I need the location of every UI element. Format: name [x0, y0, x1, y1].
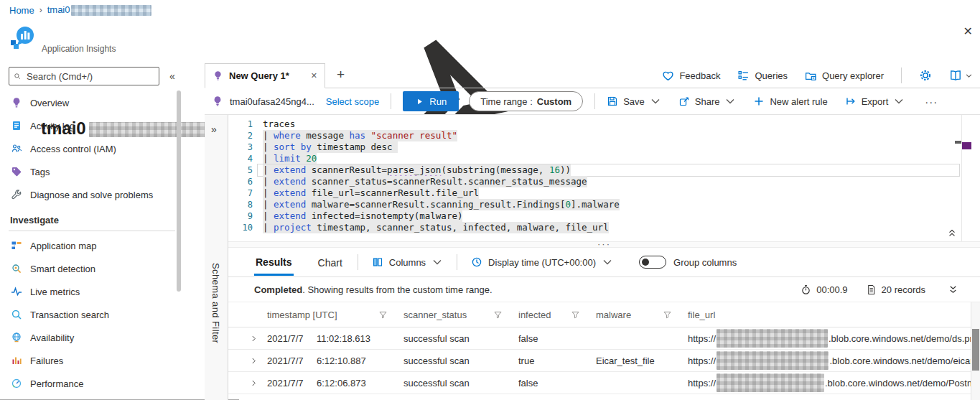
- sidebar-item-diagnose-and-solve-problems[interactable]: Diagnose and solve problems: [0, 183, 184, 206]
- sidebar-item-overview[interactable]: Overview: [0, 91, 184, 114]
- table-scrollbar[interactable]: [971, 302, 980, 400]
- save-button[interactable]: Save: [607, 96, 661, 107]
- cell-scanner-status: successful scan: [403, 333, 518, 344]
- sidebar-item-failures[interactable]: Failures: [0, 349, 184, 372]
- line-number: 5: [228, 164, 253, 176]
- collapse-editor-icon[interactable]: [947, 228, 957, 238]
- schema-filter-label: Schema and Filter: [210, 263, 221, 343]
- pane-splitter[interactable]: ···: [228, 241, 980, 248]
- divider: [358, 254, 358, 270]
- new-tab-button[interactable]: +: [337, 67, 345, 83]
- sidebar-search-row: «: [9, 67, 184, 85]
- column-label: file_url: [688, 310, 715, 320]
- editor-line-1[interactable]: 1traces: [228, 118, 980, 130]
- tab-new-query-1[interactable]: New Query 1* ✕: [205, 63, 325, 88]
- filter-icon[interactable]: [571, 310, 580, 320]
- column-header-infected[interactable]: infected: [518, 302, 596, 327]
- breadcrumb-home-link[interactable]: Home: [9, 5, 34, 16]
- sidebar-item-smart-detection[interactable]: Smart detection: [0, 257, 184, 280]
- editor-line-10[interactable]: 10| project timestamp, scanner_status, i…: [228, 222, 980, 233]
- elapsed-time: 00:00.9: [801, 284, 847, 295]
- scrollbar-thumb[interactable]: [972, 329, 979, 371]
- editor-line-4[interactable]: 4| limit 20: [228, 153, 980, 164]
- editor-line-7[interactable]: 7| extend file_url=scannerResult.file_ur…: [228, 187, 980, 199]
- group-columns-toggle[interactable]: [639, 256, 666, 269]
- records-icon: [866, 284, 877, 295]
- table-row-2[interactable]: 2021/7/76:12:10.887successful scantrueEi…: [228, 350, 980, 372]
- query-explorer-button[interactable]: Query explorer: [805, 70, 884, 82]
- chevron-right-icon: [250, 335, 258, 343]
- column-header-file-url[interactable]: file_url: [688, 302, 980, 327]
- editor-line-8[interactable]: 8| extend malware=scannerResult.scanning…: [228, 199, 980, 210]
- code-text: | extend scanner_status=scannerResult.sc…: [263, 176, 587, 187]
- expand-all-rows-icon[interactable]: [948, 284, 958, 295]
- editor-line-5[interactable]: 5| extend scannerResult=parse_json(subst…: [228, 164, 980, 176]
- column-header-scanner-status[interactable]: scanner_status: [403, 302, 518, 327]
- editor-line-6[interactable]: 6| extend scanner_status=scannerResult.s…: [228, 176, 980, 187]
- feedback-button[interactable]: Feedback: [662, 70, 720, 82]
- query-status-row: Completed. Showing results from the cust…: [228, 277, 980, 302]
- search-input[interactable]: [25, 70, 154, 83]
- filter-icon[interactable]: [378, 310, 388, 320]
- cell-infected: false: [518, 378, 596, 389]
- divider: [391, 93, 391, 109]
- reference-pane-button[interactable]: [949, 69, 973, 82]
- row-expand-button[interactable]: [240, 379, 267, 387]
- schema-filter-strip: » Schema and Filter: [205, 115, 228, 400]
- sidebar-scrollbar[interactable]: [177, 90, 181, 292]
- tab-results[interactable]: Results: [254, 249, 294, 276]
- table-row-3[interactable]: 2021/7/76:12:06.873successful scanfalseh…: [228, 372, 980, 394]
- row-expand-button[interactable]: [240, 335, 267, 343]
- sidebar: « OverviewActivity logAccess control (IA…: [0, 63, 184, 400]
- display-time-dropdown[interactable]: Display time (UTC+00:00): [471, 256, 613, 268]
- queries-button[interactable]: Queries: [737, 70, 788, 82]
- time-range-button[interactable]: Time range :Custom: [469, 91, 583, 111]
- tab-chart[interactable]: Chart: [317, 250, 344, 274]
- sidebar-item-application-map[interactable]: Application map: [0, 234, 184, 257]
- cell-timestamp: 2021/7/76:12:10.887: [267, 355, 403, 366]
- query-editor[interactable]: 1traces2| where message has "scanner res…: [228, 115, 980, 241]
- select-scope-link[interactable]: Select scope: [326, 96, 379, 107]
- sidebar-collapse-button[interactable]: «: [169, 70, 175, 82]
- editor-line-2[interactable]: 2| where message has "scanner result": [228, 130, 980, 141]
- sidebar-item-transaction-search[interactable]: Transaction search: [0, 303, 184, 326]
- code-text: traces: [263, 118, 295, 130]
- sidebar-nav-investigate: Application mapSmart detectionLive metri…: [0, 234, 184, 395]
- cell-scanner-status: successful scan: [403, 378, 518, 389]
- sidebar-item-performance[interactable]: Performance: [0, 372, 184, 395]
- sidebar-search-box[interactable]: [9, 67, 159, 85]
- column-header-timestamp-utc[interactable]: timestamp [UTC]: [267, 302, 403, 327]
- row-expand-button[interactable]: [240, 357, 267, 365]
- schema-expand-button[interactable]: »: [211, 124, 217, 135]
- table-row-1[interactable]: 2021/7/711:02:18.613successful scanfalse…: [228, 327, 980, 350]
- editor-line-9[interactable]: 9| extend infected=isnotempty(malware): [228, 210, 980, 222]
- sidebar-item-activity-log[interactable]: Activity log: [0, 114, 184, 137]
- activity-log-icon: [10, 120, 22, 132]
- export-button[interactable]: Export: [845, 96, 905, 107]
- command-bar-more-button[interactable]: ···: [925, 96, 938, 108]
- resource-type-subtitle: Application Insights: [42, 44, 116, 54]
- sidebar-item-availability[interactable]: Availability: [0, 326, 184, 349]
- breadcrumb-resource-link[interactable]: tmai0: [47, 4, 152, 16]
- editor-line-3[interactable]: 3| sort by timestamp desc: [228, 141, 980, 153]
- status-completed: Completed: [254, 284, 302, 295]
- sidebar-item-label: Performance: [30, 378, 83, 389]
- tab-close-icon[interactable]: ✕: [311, 71, 317, 80]
- smart-detection-icon: [10, 263, 22, 275]
- status-detail: . Showing results from the custom time r…: [302, 284, 492, 295]
- settings-button[interactable]: [919, 69, 932, 82]
- filter-icon[interactable]: [663, 310, 672, 320]
- column-label: infected: [518, 310, 551, 320]
- run-button[interactable]: Run: [403, 91, 459, 111]
- sidebar-item-access-control-iam[interactable]: Access control (IAM): [0, 137, 184, 160]
- new-alert-rule-button[interactable]: New alert rule: [753, 96, 827, 107]
- share-button[interactable]: Share: [678, 96, 737, 107]
- filter-icon[interactable]: [493, 310, 503, 320]
- share-icon: [678, 96, 690, 107]
- sidebar-item-live-metrics[interactable]: Live metrics: [0, 280, 184, 303]
- close-blade-icon[interactable]: ✕: [963, 24, 973, 38]
- sidebar-item-tags[interactable]: Tags: [0, 160, 184, 183]
- columns-dropdown[interactable]: Columns: [372, 256, 443, 268]
- column-header-malware[interactable]: malware: [596, 302, 688, 327]
- export-label: Export: [862, 96, 889, 107]
